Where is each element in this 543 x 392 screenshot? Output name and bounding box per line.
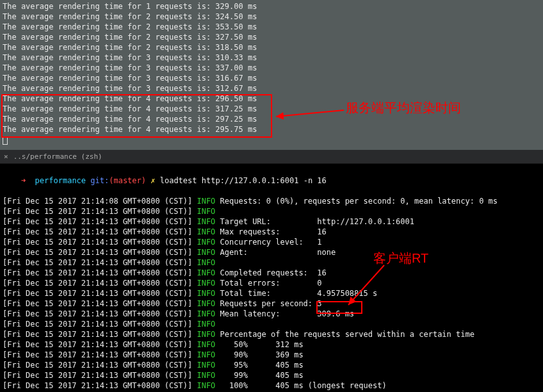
dirty-icon: ✗ — [150, 176, 155, 185]
log-line: [Fri Dec 15 2017 21:14:13 GMT+0800 (CST)… — [3, 268, 540, 278]
log-line: [Fri Dec 15 2017 21:14:13 GMT+0800 (CST)… — [3, 247, 540, 257]
render-time-line: The average rendering time for 4 request… — [3, 94, 540, 104]
render-time-line: The average rendering time for 4 request… — [3, 114, 540, 124]
prompt-cwd: performance — [35, 176, 86, 185]
terminal-tab-bar: × ..s/performance (zsh) — [0, 150, 543, 164]
log-line: [Fri Dec 15 2017 21:14:13 GMT+0800 (CST)… — [3, 329, 540, 339]
log-line: [Fri Dec 15 2017 21:14:13 GMT+0800 (CST)… — [3, 298, 540, 309]
log-line: [Fri Dec 15 2017 21:14:13 GMT+0800 (CST)… — [3, 257, 540, 268]
server-render-pane: The average rendering time for 1 request… — [0, 0, 543, 150]
tab-title[interactable]: ..s/performance (zsh) — [13, 150, 102, 164]
render-time-line: The average rendering time for 2 request… — [3, 42, 540, 53]
terminal-cursor — [3, 136, 8, 145]
log-line: [Fri Dec 15 2017 21:14:13 GMT+0800 (CST)… — [3, 216, 540, 227]
close-icon[interactable]: × — [4, 150, 8, 164]
log-line: [Fri Dec 15 2017 21:14:13 GMT+0800 (CST)… — [3, 319, 540, 329]
render-time-line: The average rendering time for 2 request… — [3, 12, 540, 22]
log-line: [Fri Dec 15 2017 21:14:13 GMT+0800 (CST)… — [3, 309, 540, 319]
render-time-line: The average rendering time for 2 request… — [3, 22, 540, 32]
log-line: [Fri Dec 15 2017 21:14:08 GMT+0800 (CST)… — [3, 196, 540, 206]
render-time-line: The average rendering time for 3 request… — [3, 83, 540, 94]
log-line: [Fri Dec 15 2017 21:14:13 GMT+0800 (CST)… — [3, 350, 540, 360]
git-label: git: — [90, 176, 109, 185]
loadtest-pane: ➜ performance git:(master) ✗ loadtest ht… — [0, 164, 543, 392]
render-time-line: The average rendering time for 4 request… — [3, 104, 540, 114]
log-line: [Fri Dec 15 2017 21:14:13 GMT+0800 (CST)… — [3, 206, 540, 216]
render-time-line: The average rendering time for 2 request… — [3, 32, 540, 42]
command-text: loadtest http://127.0.0.1:6001 -n 16 — [160, 176, 327, 185]
render-time-line: The average rendering time for 3 request… — [3, 63, 540, 73]
prompt-arrow-icon: ➜ — [21, 176, 26, 185]
render-time-line: The average rendering time for 1 request… — [3, 1, 540, 12]
git-branch: (master) — [109, 176, 146, 185]
log-line: [Fri Dec 15 2017 21:14:13 GMT+0800 (CST)… — [3, 360, 540, 370]
render-time-line: The average rendering time for 3 request… — [3, 73, 540, 83]
log-line: [Fri Dec 15 2017 21:14:13 GMT+0800 (CST)… — [3, 237, 540, 247]
log-line: [Fri Dec 15 2017 21:14:13 GMT+0800 (CST)… — [3, 227, 540, 237]
log-line: [Fri Dec 15 2017 21:14:13 GMT+0800 (CST)… — [3, 288, 540, 298]
log-line: [Fri Dec 15 2017 21:14:13 GMT+0800 (CST)… — [3, 380, 540, 391]
log-line: [Fri Dec 15 2017 21:14:13 GMT+0800 (CST)… — [3, 278, 540, 288]
render-time-line: The average rendering time for 4 request… — [3, 124, 540, 135]
log-line: [Fri Dec 15 2017 21:14:13 GMT+0800 (CST)… — [3, 370, 540, 380]
log-line: [Fri Dec 15 2017 21:14:13 GMT+0800 (CST)… — [3, 339, 540, 350]
render-time-line: The average rendering time for 3 request… — [3, 53, 540, 63]
